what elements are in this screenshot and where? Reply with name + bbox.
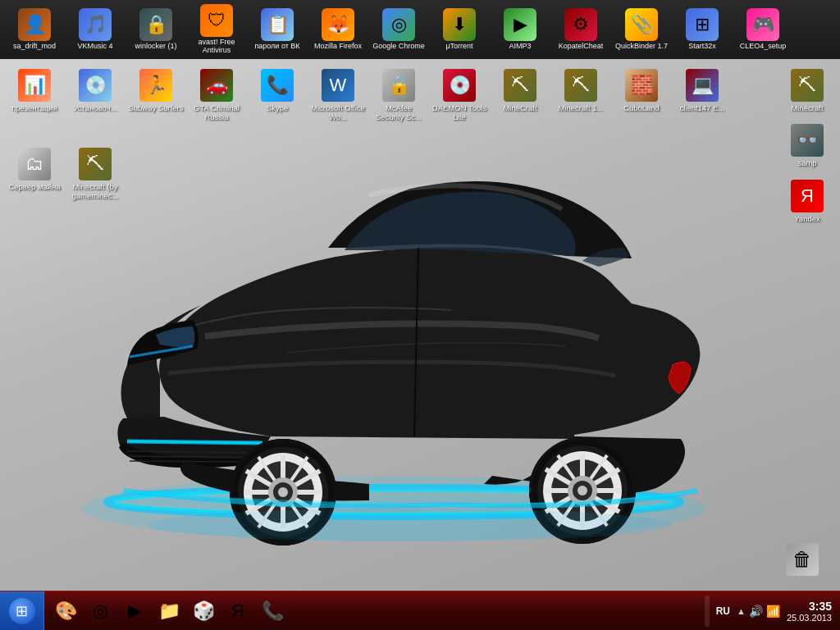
right-icon-yandex[interactable]: Я Yandex [778, 176, 837, 226]
topbar-icon-kopatel[interactable]: ⚙ KopatelCheat [551, 5, 610, 54]
icon-label-server: Сервер майна [8, 182, 60, 191]
system-icons: ▲ 🔊 📶 [737, 605, 780, 618]
icon-img-sa-drift-mod: 👤 [18, 8, 51, 41]
row2-icon-minecraft1[interactable]: ⛏ MineCraft [491, 66, 550, 116]
recycle-bin-icon[interactable]: 🗑 [773, 540, 832, 581]
icon-img-office: W [322, 69, 354, 102]
clock-date: 25.03.2013 [787, 613, 832, 623]
icon-label-gta: GTA Criminal Russia [189, 103, 244, 122]
taskbar-icon-skype-t[interactable]: 📞 [256, 595, 289, 628]
icon-label-start32x: Start32x [688, 43, 716, 51]
icon-label-subway: Subway Surfers [128, 103, 183, 112]
row2-icon-installer[interactable]: 💿 Установоч... [66, 66, 125, 116]
row2-icon-cuboland[interactable]: 🧱 CuboLand [612, 66, 671, 116]
taskbar-right: RU ▲ 🔊 📶 3:35 25.03.2013 [696, 596, 840, 627]
icon-img-gta: 🚗 [200, 69, 233, 102]
icon-img-vkmusic4: 🎵 [79, 8, 112, 41]
taskbar-icon-wmplayer[interactable]: ▶ [118, 595, 151, 628]
svg-point-19 [278, 487, 288, 497]
clock-time: 3:35 [787, 600, 832, 613]
svg-point-36 [148, 509, 673, 541]
notification-handle[interactable] [705, 596, 710, 627]
row2-icon-skype[interactable]: 📞 Skype [248, 66, 307, 116]
icon-img-daemon: 💿 [443, 69, 476, 102]
icon-img-mcafee: 🔒 [382, 69, 415, 102]
icon-label-installer: Установоч... [73, 103, 116, 112]
icon-label-minecraft-by: Minecraft (by gameminec... [67, 182, 123, 201]
topbar-icon-avast[interactable]: 🛡 avast! Free Antivirus [187, 1, 246, 58]
right-icon-minecraft-r[interactable]: ⛏ Minecraft [778, 66, 837, 116]
icon-label-cleo4: CLEO4_setup [740, 43, 787, 51]
row2-icon-office[interactable]: W Microsoft Office Wo... [308, 66, 368, 126]
network-icon[interactable]: 📶 [766, 605, 780, 618]
icon-label-skype: Skype [267, 103, 288, 112]
icon-img-parol: 📋 [261, 8, 294, 41]
taskbar-icon-symbol-explorer: 📁 [158, 600, 180, 622]
row3-icon-minecraft-by[interactable]: ⛏ Minecraft (by gameminec... [66, 144, 125, 204]
icon-img-kopatel: ⚙ [564, 8, 597, 41]
icon-img-winlocker: 🔒 [139, 8, 172, 41]
icon-label-minecraft2: Minecraft 1... [559, 103, 604, 112]
icon-label-daemon: DAEMON Tools Lite [431, 103, 487, 122]
row2-icon-client[interactable]: 💻 client147 E... [673, 66, 732, 116]
topbar-icon-start32x[interactable]: ⊞ Start32x [673, 5, 732, 54]
taskbar-icon-symbol-games: 🎲 [193, 600, 215, 622]
taskbar-icon-symbol-paint: 🎨 [55, 600, 77, 622]
taskbar-icon-yandex-t[interactable]: Я [221, 595, 254, 628]
icon-img-samp: 👓 [791, 124, 824, 157]
recycle-bin-area: 🗑 [773, 540, 832, 581]
icon-img-minecraft1: ⛏ [504, 69, 536, 102]
icon-label-client: client147 E... [680, 103, 725, 112]
icon-label-firefox: Mozilla Firefox [314, 43, 362, 51]
icon-label-minecraft1: MineCraft [503, 103, 536, 112]
topbar-icon-winlocker[interactable]: 🔒 winlocker (1) [126, 5, 185, 54]
icon-img-minecraft-r: ⛏ [791, 69, 824, 102]
taskbar-icon-symbol-yandex-t: Я [231, 600, 244, 622]
row2-icon-daemon[interactable]: 💿 DAEMON Tools Lite [430, 66, 489, 126]
icon-label-sa-drift-mod: sa_drift_mod [13, 43, 56, 51]
taskbar-icon-explorer[interactable]: 📁 [153, 595, 185, 628]
svg-line-6 [130, 461, 249, 462]
start-button[interactable]: ⊞ [0, 591, 44, 631]
desktop-icons-right: ⛏ Minecraft 👓 samp Я Yandex [774, 62, 840, 230]
icon-label-utorrent: µTorrent [445, 43, 472, 51]
icon-label-kopatel: KopatelCheat [559, 43, 604, 51]
taskbar-icon-paint[interactable]: 🎨 [49, 595, 82, 628]
volume-icon[interactable]: 🔊 [749, 605, 763, 618]
topbar-icon-utorrent[interactable]: ⬇ µTorrent [430, 5, 489, 54]
row2-icon-subway[interactable]: 🏃 Subway Surfers [126, 66, 185, 116]
right-icon-samp[interactable]: 👓 samp [778, 121, 837, 171]
row2-icon-minecraft2[interactable]: ⛏ Minecraft 1... [551, 66, 610, 116]
topbar-icon-cleo4[interactable]: 🎮 CLEO4_setup [733, 5, 792, 54]
taskbar-icon-games[interactable]: 🎲 [187, 595, 220, 628]
icon-img-installer: 💿 [79, 69, 112, 102]
icon-label-yandex: Yandex [794, 214, 820, 223]
topbar-icon-aimp3[interactable]: ▶ AIMP3 [491, 5, 550, 54]
icon-img-chrome: ◎ [382, 8, 415, 41]
topbar-icon-parol[interactable]: 📋 пароли от ВК [248, 5, 307, 54]
topbar-icon-sa-drift-mod[interactable]: 👤 sa_drift_mod [5, 5, 64, 54]
bottom-taskbar: ⊞ 🎨◎▶📁🎲Я📞 RU ▲ 🔊 📶 3:35 25.03.2013 [0, 591, 840, 630]
topbar-icon-chrome[interactable]: ◎ Google Chrome [369, 5, 428, 54]
top-taskbar: 👤 sa_drift_mod 🎵 VKMusic 4 🔒 winlocker (… [0, 0, 840, 59]
icon-img-avast: 🛡 [200, 4, 233, 37]
icon-label-cuboland: CuboLand [623, 103, 660, 112]
topbar-icon-quickbinder[interactable]: 📎 QuickBinder 1.7 [612, 5, 671, 54]
icon-img-start32x: ⊞ [686, 8, 719, 41]
topbar-icon-vkmusic4[interactable]: 🎵 VKMusic 4 [66, 5, 125, 54]
clock[interactable]: 3:35 25.03.2013 [787, 600, 832, 623]
svg-point-33 [578, 486, 587, 495]
icon-img-cuboland: 🧱 [625, 69, 658, 102]
arrow-up-icon[interactable]: ▲ [737, 606, 746, 616]
row2-icon-presentation[interactable]: 📊 презентация [5, 66, 64, 116]
row2-icon-mcafee[interactable]: 🔒 McAfee Security Sc... [369, 66, 428, 126]
icon-img-subway: 🏃 [139, 69, 172, 102]
desktop: 👤 sa_drift_mod 🎵 VKMusic 4 🔒 winlocker (… [0, 0, 840, 630]
icon-img-presentation: 📊 [18, 69, 51, 102]
row2-icon-gta[interactable]: 🚗 GTA Criminal Russia [187, 66, 246, 126]
taskbar-icon-chrome-t[interactable]: ◎ [84, 595, 116, 628]
language-indicator[interactable]: RU [716, 605, 730, 617]
row3-icon-server[interactable]: 🗂 Сервер майна [5, 144, 64, 194]
topbar-icon-firefox[interactable]: 🦊 Mozilla Firefox [308, 5, 368, 54]
icon-label-presentation: презентация [11, 103, 57, 112]
